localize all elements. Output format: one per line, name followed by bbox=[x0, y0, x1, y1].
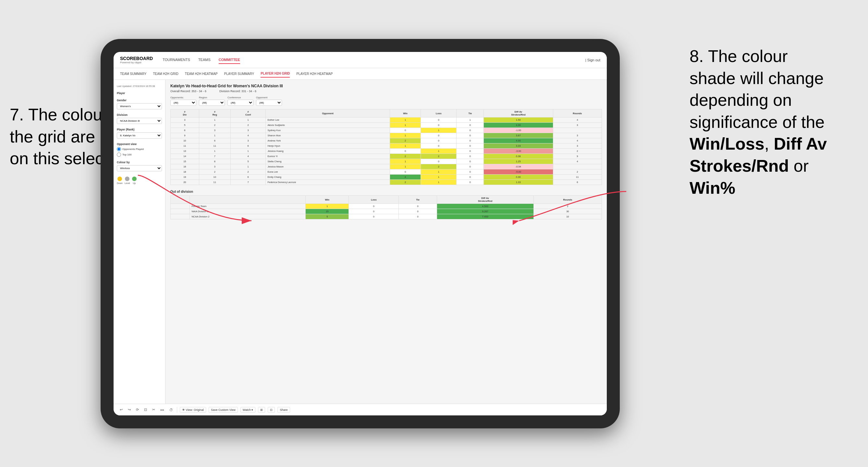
filter-region: Region (All) bbox=[199, 96, 225, 106]
td-tie: 0 bbox=[457, 159, 484, 164]
colour-by-section: Colour by Win/loss bbox=[117, 161, 162, 172]
td-opponent: Andrea York bbox=[266, 138, 390, 144]
nav-committee[interactable]: COMMITTEE bbox=[219, 56, 240, 64]
td-loss: 2 bbox=[421, 164, 457, 169]
th-opponent: Opponent bbox=[266, 110, 390, 118]
td-opponent: Jessica Mason bbox=[266, 164, 390, 169]
grid-icon[interactable]: ⊡ bbox=[143, 407, 148, 413]
filter-region-label: Region bbox=[199, 96, 225, 99]
td-win: 1 bbox=[390, 123, 421, 128]
save-custom-view-btn[interactable]: Save Custom View bbox=[209, 407, 238, 413]
sidebar-timestamp: Last Updated: 27/03/2024 16:55:38 bbox=[117, 85, 162, 88]
bottom-toolbar: ↩ ↪ ⟳ ⊡ ✂ ••• ⏱ 👁 View: Original Save Cu… bbox=[114, 404, 607, 415]
td-div: 10 bbox=[171, 138, 199, 144]
filter-region-select[interactable]: (All) bbox=[199, 100, 225, 106]
ood-td-win: 5 bbox=[306, 214, 349, 219]
ood-td-tie: 0 bbox=[399, 204, 437, 209]
undo-icon[interactable]: ↩ bbox=[118, 407, 124, 413]
main-table: #Div #Reg #Conf Opponent Win Loss Tie Di… bbox=[170, 109, 602, 185]
radio-top100[interactable]: Top 100 bbox=[117, 153, 162, 157]
grid-title: Katelyn Vo Head-to-Head Grid for Women's… bbox=[170, 84, 602, 88]
ood-td-rounds: 2 bbox=[533, 204, 601, 209]
td-loss: 0 bbox=[421, 123, 457, 128]
sub-nav-team-h2h-heatmap[interactable]: TEAM H2H HEATMAP bbox=[185, 70, 218, 77]
ood-row: NCAA Division 2 5 0 0 7.400 10 bbox=[171, 214, 602, 219]
ood-row: Foreign Team 1 0 0 4.500 2 bbox=[171, 204, 602, 209]
watch-btn[interactable]: Watch ▾ bbox=[241, 407, 256, 413]
sub-nav-player-h2h-heatmap[interactable]: PLAYER H2H HEATMAP bbox=[296, 70, 333, 77]
gender-section: Gender Women's bbox=[117, 99, 162, 110]
nav-teams[interactable]: TEAMS bbox=[198, 56, 211, 64]
grid-view-btn[interactable]: ⊞ bbox=[258, 407, 265, 413]
legend-down-label: Down bbox=[117, 182, 123, 184]
td-win: 0 bbox=[390, 169, 421, 175]
legend-up-label: Up bbox=[133, 182, 136, 184]
division-select[interactable]: NCAA Division III bbox=[117, 118, 162, 124]
legend-down: Down bbox=[117, 177, 123, 184]
radio-opponents-played[interactable]: Opponents Played bbox=[117, 147, 162, 151]
td-conf: 1 bbox=[230, 149, 266, 154]
share-btn[interactable]: Share bbox=[277, 407, 290, 413]
td-opponent: Sydney Kuo bbox=[266, 128, 390, 133]
sign-out-link[interactable]: | Sign out bbox=[585, 58, 600, 62]
radio-top100-input[interactable] bbox=[117, 153, 121, 157]
cut-icon[interactable]: ✂ bbox=[151, 407, 156, 413]
radio-opponents-played-input[interactable] bbox=[117, 147, 121, 151]
table-row: 15 8 5 Stella Cheng 1 0 0 1.25 4 bbox=[171, 159, 602, 164]
clock-icon[interactable]: ⏱ bbox=[168, 407, 174, 413]
player-rank-label: Player (Rank) bbox=[117, 128, 162, 131]
ood-td-win: 15 bbox=[306, 209, 349, 214]
table-view-btn[interactable]: ⊡ bbox=[268, 407, 275, 413]
td-reg: 6 bbox=[199, 138, 230, 144]
overall-record-text: Overall Record: 353 - 34 - 6 bbox=[170, 90, 206, 93]
view-original-btn[interactable]: 👁 View: Original bbox=[180, 407, 206, 413]
table-row: 10 6 3 Andrea York 2 0 0 4.00 4 bbox=[171, 138, 602, 144]
td-opponent: Emily Chang bbox=[266, 175, 390, 180]
player-rank-select[interactable]: 8. Katelyn Vo bbox=[117, 132, 162, 138]
sub-nav-team-summary[interactable]: TEAM SUMMARY bbox=[120, 70, 147, 77]
gender-select[interactable]: Women's bbox=[117, 103, 162, 110]
refresh-icon[interactable]: ⟳ bbox=[135, 407, 140, 413]
ood-td-win: 1 bbox=[306, 204, 349, 209]
ood-th-win: Win bbox=[306, 196, 349, 204]
td-rounds: 3 bbox=[553, 144, 601, 149]
division-label: Division bbox=[117, 113, 162, 117]
sub-nav-player-h2h-grid[interactable]: PLAYER H2H GRID bbox=[260, 70, 290, 77]
filter-opponents-label: Opponents: bbox=[170, 96, 196, 99]
sub-nav-player-summary[interactable]: PLAYER SUMMARY bbox=[224, 70, 254, 77]
td-conf: 6 bbox=[230, 175, 266, 180]
td-tie: 0 bbox=[457, 123, 484, 128]
td-conf: 3 bbox=[230, 138, 266, 144]
td-win: 0 bbox=[390, 128, 421, 133]
filter-conference-select[interactable]: (All) bbox=[227, 100, 253, 106]
ood-th-diff: Diff AvStrokes/Rnd bbox=[437, 196, 533, 204]
td-opponent: Heejo Hyun bbox=[266, 144, 390, 149]
ood-td-opponent: NCAA Division 2 bbox=[190, 214, 306, 219]
opponent-view-label: Opponent view bbox=[117, 143, 162, 146]
td-conf: 1 bbox=[230, 164, 266, 169]
td-loss: 0 bbox=[421, 138, 457, 144]
nav-tournaments[interactable]: TOURNAMENTS bbox=[162, 56, 190, 64]
td-diff: -5.00 bbox=[484, 169, 553, 175]
td-opponent: Esther Lee bbox=[266, 118, 390, 123]
filter-opponent-select[interactable]: (All) bbox=[256, 100, 282, 106]
annotation-right-text: 8. The colourshade will changedepending … bbox=[689, 47, 827, 197]
more-icon[interactable]: ••• bbox=[159, 407, 165, 413]
table-row: 5 2 2 Alexis Sudjianto 1 0 0 4.00 3 bbox=[171, 123, 602, 128]
player-section: Player bbox=[117, 92, 162, 95]
colour-by-select[interactable]: Win/loss bbox=[117, 165, 162, 172]
td-tie: 0 bbox=[457, 169, 484, 175]
td-loss: 1 bbox=[421, 128, 457, 133]
td-reg: 3 bbox=[199, 128, 230, 133]
td-reg: 2 bbox=[199, 169, 230, 175]
td-rounds: 11 bbox=[553, 175, 601, 180]
redo-icon[interactable]: ↪ bbox=[127, 407, 132, 413]
ood-td-loss: 0 bbox=[349, 204, 399, 209]
td-div: 16 bbox=[171, 164, 199, 169]
watch-label: Watch ▾ bbox=[243, 408, 253, 411]
td-div: 20 bbox=[171, 180, 199, 185]
filter-opponents-select[interactable]: (All) bbox=[170, 100, 196, 106]
td-loss: 2 bbox=[421, 154, 457, 159]
td-loss: 1 bbox=[421, 169, 457, 175]
sub-nav-team-h2h-grid[interactable]: TEAM H2H GRID bbox=[153, 70, 179, 77]
